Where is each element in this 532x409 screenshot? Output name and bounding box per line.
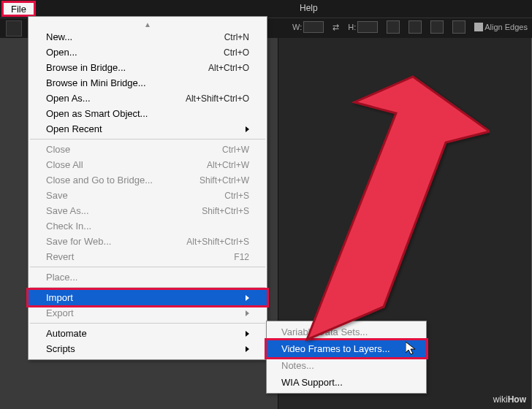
file-menu-label: File bbox=[11, 4, 26, 15]
align-edges-checkbox[interactable]: Align Edges bbox=[474, 23, 528, 31]
submenu-item-wia[interactable]: WIA Support... bbox=[267, 374, 426, 391]
menu-item-close-bridge: Close and Go to Bridge...Shift+Ctrl+W bbox=[28, 172, 267, 188]
submenu-arrow-icon bbox=[246, 126, 249, 132]
submenu-item-notes: Notes... bbox=[267, 357, 426, 374]
width-input[interactable] bbox=[303, 21, 324, 33]
menu-item-close: CloseCtrl+W bbox=[28, 142, 267, 157]
height-control[interactable]: H: bbox=[348, 21, 378, 33]
height-input[interactable] bbox=[357, 21, 378, 33]
cursor-icon bbox=[406, 342, 419, 355]
width-control[interactable]: W: bbox=[292, 21, 324, 33]
gear-icon[interactable] bbox=[452, 20, 466, 34]
file-menu-button[interactable]: File bbox=[1, 1, 36, 17]
file-menu-dropdown: ▲ New...Ctrl+N Open...Ctrl+O Browse in B… bbox=[28, 16, 267, 360]
options-bar-right: W: ⇄ H: Align Edges bbox=[292, 20, 528, 34]
menu-item-open-smart-object[interactable]: Open as Smart Object... bbox=[28, 106, 267, 121]
window-titlebar: File bbox=[0, 0, 532, 18]
menu-item-automate[interactable]: Automate bbox=[28, 326, 267, 341]
menu-item-save-as: Save As...Shift+Ctrl+S bbox=[28, 203, 267, 218]
submenu-arrow-icon bbox=[246, 331, 249, 337]
menu-item-scripts[interactable]: Scripts bbox=[28, 341, 267, 356]
menu-item-revert: RevertF12 bbox=[28, 249, 267, 264]
menu-item-browse-bridge[interactable]: Browse in Bridge...Alt+Ctrl+O bbox=[28, 60, 267, 75]
align-icon-3[interactable] bbox=[430, 20, 444, 34]
menu-separator bbox=[30, 323, 265, 324]
link-wh-icon[interactable]: ⇄ bbox=[332, 23, 339, 32]
scroll-up-arrow-icon[interactable]: ▲ bbox=[28, 20, 267, 29]
submenu-arrow-icon bbox=[246, 295, 249, 301]
menu-item-open-recent[interactable]: Open Recent bbox=[28, 121, 267, 137]
menu-separator bbox=[30, 139, 265, 139]
menubar-help[interactable]: Help bbox=[300, 3, 318, 13]
menu-item-open[interactable]: Open...Ctrl+O bbox=[28, 45, 267, 60]
menu-separator bbox=[30, 267, 265, 267]
align-icon-2[interactable] bbox=[408, 20, 422, 34]
align-icon-1[interactable] bbox=[387, 20, 400, 34]
menu-item-new[interactable]: New...Ctrl+N bbox=[28, 29, 267, 45]
submenu-arrow-icon bbox=[246, 346, 249, 352]
tool-preset-icon[interactable] bbox=[6, 20, 22, 37]
menu-item-place: Place... bbox=[28, 270, 267, 285]
submenu-arrow-icon bbox=[246, 310, 249, 316]
menu-item-open-as[interactable]: Open As...Alt+Shift+Ctrl+O bbox=[28, 91, 267, 106]
menu-item-browse-mini-bridge[interactable]: Browse in Mini Bridge... bbox=[28, 75, 267, 91]
menu-item-save-web: Save for Web...Alt+Shift+Ctrl+S bbox=[28, 234, 267, 249]
menu-item-close-all: Close AllAlt+Ctrl+W bbox=[28, 157, 267, 172]
checkbox-icon bbox=[474, 23, 483, 31]
watermark: wikiHow bbox=[493, 394, 526, 405]
instruction-arrow-icon bbox=[300, 73, 490, 343]
menu-item-import[interactable]: Import bbox=[26, 288, 269, 307]
menu-item-export: Export bbox=[28, 305, 267, 321]
menu-item-check-in: Check In... bbox=[28, 218, 267, 234]
menu-item-save: SaveCtrl+S bbox=[28, 188, 267, 203]
